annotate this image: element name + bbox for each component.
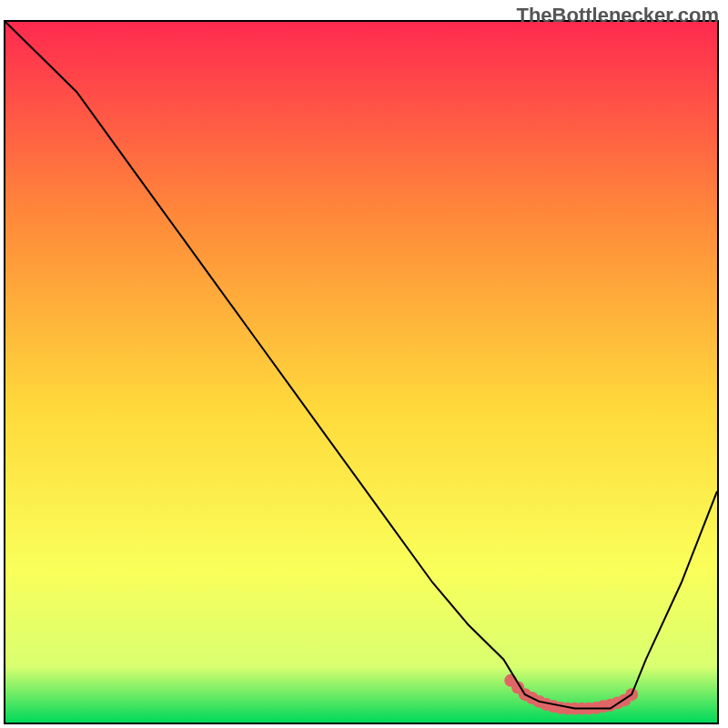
watermark-text: TheBottlenecker.com <box>516 4 719 27</box>
chart-background <box>5 22 717 723</box>
chart-svg <box>5 22 717 723</box>
chart-frame <box>4 20 719 724</box>
